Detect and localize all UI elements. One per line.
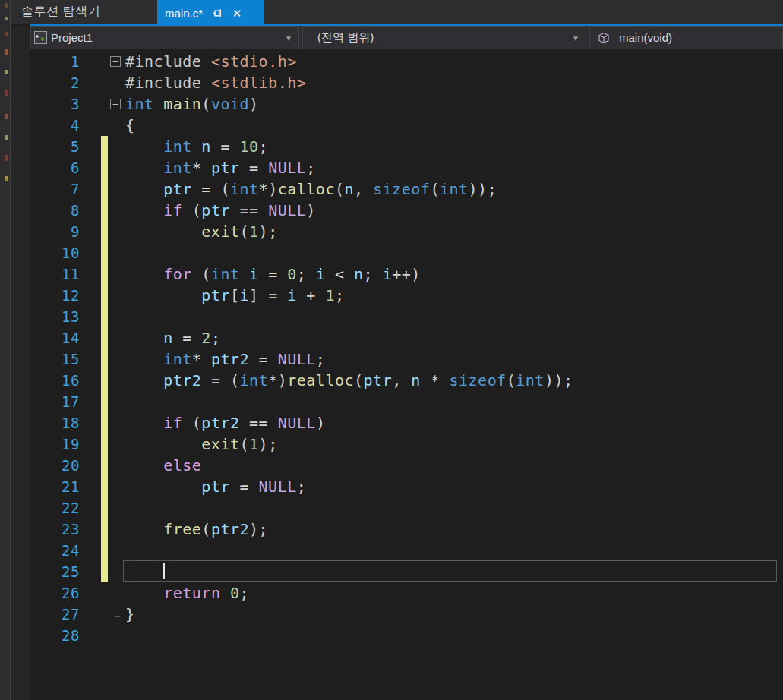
code-line[interactable]: 2#include <stdlib.h> — [30, 72, 783, 93]
rail-fragment — [5, 70, 8, 74]
navigation-bar: Project1 ▼ (전역 범위) ▼ main(void) — [30, 26, 783, 49]
code-line[interactable]: 15 int* ptr2 = NULL; — [30, 348, 783, 370]
code-line[interactable]: 9 exit(1); — [30, 221, 783, 242]
code-line[interactable]: 13 — [30, 306, 783, 327]
code-text: exit(1); — [125, 434, 278, 455]
code-line[interactable]: 24 — [30, 540, 783, 561]
line-number: 4 — [30, 115, 80, 136]
code-line[interactable]: 1–#include <stdio.h> — [30, 51, 783, 72]
code-text: if (ptr2 == NULL) — [125, 412, 325, 434]
pin-icon[interactable] — [210, 6, 223, 20]
rail-fragment — [5, 17, 8, 20]
code-text: ptr2 = (int*)realloc(ptr, n * sizeof(int… — [125, 370, 573, 391]
line-number: 10 — [30, 242, 80, 263]
code-line[interactable]: 19 exit(1); — [30, 434, 783, 455]
code-lines: 1–#include <stdio.h>2#include <stdlib.h>… — [30, 49, 783, 700]
member-dropdown[interactable]: main(void) — [589, 26, 783, 49]
line-number: 15 — [30, 348, 80, 370]
change-indicator — [101, 200, 108, 221]
line-number: 26 — [30, 582, 80, 604]
rail-fragment — [5, 49, 8, 55]
member-dropdown-label: main(void) — [619, 31, 672, 44]
fold-collapse-icon[interactable]: – — [110, 99, 121, 109]
code-line[interactable]: 28 — [30, 625, 783, 646]
line-number: 20 — [30, 455, 80, 476]
code-line[interactable]: 25 — [30, 561, 783, 582]
code-line[interactable]: 27} — [30, 604, 783, 625]
change-indicator — [101, 263, 108, 285]
code-text: if (ptr == NULL) — [125, 200, 316, 221]
line-number: 8 — [30, 200, 80, 221]
chevron-down-icon: ▼ — [285, 33, 292, 42]
rail-fragment — [5, 155, 8, 161]
code-text: ptr[i] = i + 1; — [125, 285, 344, 306]
code-line[interactable]: 3–int main(void) — [30, 93, 783, 115]
change-indicator — [101, 221, 108, 242]
rail-fragment — [5, 90, 8, 96]
code-line[interactable]: 18 if (ptr2 == NULL) — [30, 412, 783, 434]
code-line[interactable]: 26 return 0; — [30, 582, 783, 604]
tab-label: main.c* — [165, 7, 203, 20]
chevron-down-icon: ▼ — [572, 33, 579, 42]
change-indicator — [101, 412, 108, 434]
line-number: 24 — [30, 540, 80, 561]
code-line[interactable]: 16 ptr2 = (int*)realloc(ptr, n * sizeof(… — [30, 370, 783, 391]
line-number: 17 — [30, 391, 80, 412]
change-indicator — [101, 348, 108, 370]
change-indicator — [101, 136, 108, 157]
code-text: #include <stdlib.h> — [125, 72, 306, 93]
code-line[interactable]: 17 — [30, 391, 783, 412]
code-line[interactable]: 5 int n = 10; — [30, 136, 783, 157]
line-number: 16 — [30, 370, 80, 391]
rail-fragment — [5, 114, 8, 119]
line-number: 6 — [30, 157, 80, 178]
line-number: 9 — [30, 221, 80, 242]
code-line[interactable]: 6 int* ptr = NULL; — [30, 157, 783, 178]
line-number: 13 — [30, 306, 80, 327]
code-line[interactable]: 11 for (int i = 0; i < n; i++) — [30, 263, 783, 285]
code-line[interactable]: 22 — [30, 497, 783, 519]
left-rail — [0, 0, 11, 700]
fold-collapse-icon[interactable]: – — [110, 56, 121, 67]
rail-fragment — [5, 3, 8, 8]
code-line[interactable]: 23 free(ptr2); — [30, 519, 783, 540]
left-gap-column — [11, 26, 30, 700]
code-text: ptr = (int*)calloc(n, sizeof(int)); — [125, 178, 497, 200]
rail-fragment — [5, 176, 8, 181]
line-number: 18 — [30, 412, 80, 434]
code-text: free(ptr2); — [125, 519, 268, 540]
project-dropdown[interactable]: Project1 ▼ — [30, 26, 299, 49]
code-line[interactable]: 12 ptr[i] = i + 1; — [30, 285, 783, 306]
change-indicator — [101, 540, 108, 561]
code-text: for (int i = 0; i < n; i++) — [125, 263, 421, 285]
line-number: 3 — [30, 93, 80, 115]
change-indicator — [101, 519, 108, 540]
code-editor[interactable]: 1–#include <stdio.h>2#include <stdlib.h>… — [30, 49, 783, 700]
line-number: 1 — [30, 51, 80, 72]
code-line[interactable]: 8 if (ptr == NULL) — [30, 200, 783, 221]
line-number: 14 — [30, 327, 80, 348]
change-indicator — [101, 327, 108, 348]
code-text: else — [125, 455, 201, 476]
line-number: 21 — [30, 476, 80, 497]
tab-main-c[interactable]: main.c* ✕ — [157, 0, 264, 26]
close-icon[interactable]: ✕ — [230, 6, 244, 20]
scope-dropdown[interactable]: (전역 범위) ▼ — [302, 26, 586, 49]
change-indicator — [101, 178, 108, 200]
change-indicator — [101, 157, 108, 178]
code-text: int main(void) — [125, 93, 259, 115]
code-line[interactable]: 10 — [30, 242, 783, 263]
solution-explorer-title: 솔루션 탐색기 — [21, 4, 100, 20]
rail-fragment — [5, 135, 8, 140]
code-text: n = 2; — [125, 327, 220, 348]
change-indicator — [101, 497, 108, 519]
line-number: 28 — [30, 625, 80, 646]
code-line[interactable]: 20 else — [30, 455, 783, 476]
change-indicator — [101, 455, 108, 476]
code-line[interactable]: 4{ — [30, 115, 783, 136]
code-line[interactable]: 21 ptr = NULL; — [30, 476, 783, 497]
line-number: 11 — [30, 263, 80, 285]
code-line[interactable]: 7 ptr = (int*)calloc(n, sizeof(int)); — [30, 178, 783, 200]
code-line[interactable]: 14 n = 2; — [30, 327, 783, 348]
line-number: 19 — [30, 434, 80, 455]
